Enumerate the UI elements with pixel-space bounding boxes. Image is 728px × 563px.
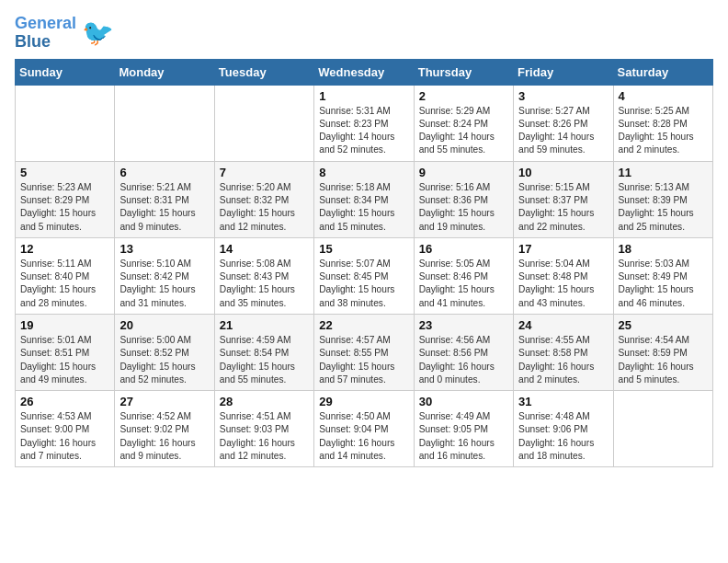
day-number: 14 (220, 242, 309, 256)
day-number: 20 (119, 318, 209, 332)
logo-line2: Blue (15, 33, 76, 52)
calendar-cell: 25Sunrise: 4:54 AM Sunset: 8:59 PM Dayli… (613, 314, 712, 390)
day-info: Sunrise: 4:51 AM Sunset: 9:03 PM Dayligh… (220, 410, 309, 463)
calendar-cell (613, 391, 712, 467)
day-info: Sunrise: 5:07 AM Sunset: 8:45 PM Dayligh… (319, 258, 408, 310)
calendar-cell: 8Sunrise: 5:18 AM Sunset: 8:34 PM Daylig… (314, 161, 414, 237)
weekday-header-sunday: Sunday (16, 59, 115, 85)
weekday-header-wednesday: Wednesday (314, 59, 414, 85)
calendar-week-row: 1Sunrise: 5:31 AM Sunset: 8:23 PM Daylig… (16, 85, 713, 161)
logo-bird-icon: 🐦 (82, 17, 114, 48)
calendar-cell: 19Sunrise: 5:01 AM Sunset: 8:51 PM Dayli… (16, 314, 115, 390)
weekday-header-monday: Monday (115, 59, 214, 85)
weekday-header-friday: Friday (514, 59, 613, 85)
page-header: General Blue 🐦 (15, 15, 713, 52)
calendar-cell: 1Sunrise: 5:31 AM Sunset: 8:23 PM Daylig… (314, 85, 414, 161)
weekday-header-thursday: Thursday (414, 59, 513, 85)
calendar-cell: 14Sunrise: 5:08 AM Sunset: 8:43 PM Dayli… (214, 237, 313, 314)
calendar-cell (16, 85, 115, 161)
day-number: 25 (619, 318, 708, 332)
day-number: 6 (119, 166, 209, 179)
day-info: Sunrise: 4:49 AM Sunset: 9:05 PM Dayligh… (419, 410, 508, 463)
calendar-week-row: 26Sunrise: 4:53 AM Sunset: 9:00 PM Dayli… (16, 391, 713, 467)
calendar-cell (115, 85, 214, 161)
calendar-cell: 21Sunrise: 4:59 AM Sunset: 8:54 PM Dayli… (214, 314, 313, 390)
calendar-cell: 26Sunrise: 4:53 AM Sunset: 9:00 PM Dayli… (16, 391, 115, 467)
day-number: 7 (220, 166, 309, 179)
weekday-header-tuesday: Tuesday (214, 59, 313, 85)
day-number: 5 (20, 166, 109, 179)
day-info: Sunrise: 5:05 AM Sunset: 8:46 PM Dayligh… (419, 258, 508, 310)
day-number: 4 (619, 89, 708, 103)
calendar-cell: 2Sunrise: 5:29 AM Sunset: 8:24 PM Daylig… (414, 85, 513, 161)
calendar-cell: 9Sunrise: 5:16 AM Sunset: 8:36 PM Daylig… (414, 161, 513, 237)
weekday-header-saturday: Saturday (613, 59, 712, 85)
day-info: Sunrise: 5:29 AM Sunset: 8:24 PM Dayligh… (419, 105, 508, 157)
calendar-cell: 17Sunrise: 5:04 AM Sunset: 8:48 PM Dayli… (514, 237, 613, 314)
calendar-cell: 7Sunrise: 5:20 AM Sunset: 8:32 PM Daylig… (214, 161, 313, 237)
calendar-cell: 29Sunrise: 4:50 AM Sunset: 9:04 PM Dayli… (314, 391, 414, 467)
calendar-cell: 4Sunrise: 5:25 AM Sunset: 8:28 PM Daylig… (613, 85, 712, 161)
day-info: Sunrise: 5:18 AM Sunset: 8:34 PM Dayligh… (319, 181, 408, 234)
calendar-week-row: 5Sunrise: 5:23 AM Sunset: 8:29 PM Daylig… (16, 161, 713, 237)
calendar-cell: 22Sunrise: 4:57 AM Sunset: 8:55 PM Dayli… (314, 314, 414, 390)
calendar-cell (214, 85, 313, 161)
calendar-cell: 27Sunrise: 4:52 AM Sunset: 9:02 PM Dayli… (115, 391, 214, 467)
day-info: Sunrise: 4:52 AM Sunset: 9:02 PM Dayligh… (119, 410, 209, 463)
logo: General Blue 🐦 (15, 15, 114, 52)
day-number: 24 (518, 318, 608, 332)
day-info: Sunrise: 5:13 AM Sunset: 8:39 PM Dayligh… (619, 181, 708, 234)
day-info: Sunrise: 4:54 AM Sunset: 8:59 PM Dayligh… (619, 334, 708, 386)
calendar-table: SundayMondayTuesdayWednesdayThursdayFrid… (15, 59, 713, 468)
day-number: 31 (518, 395, 608, 408)
day-info: Sunrise: 5:04 AM Sunset: 8:48 PM Dayligh… (518, 258, 608, 310)
day-info: Sunrise: 4:48 AM Sunset: 9:06 PM Dayligh… (518, 410, 608, 463)
day-info: Sunrise: 5:00 AM Sunset: 8:52 PM Dayligh… (119, 334, 209, 386)
calendar-header-row: SundayMondayTuesdayWednesdayThursdayFrid… (16, 59, 713, 85)
day-number: 17 (518, 242, 608, 256)
calendar-cell: 15Sunrise: 5:07 AM Sunset: 8:45 PM Dayli… (314, 237, 414, 314)
logo-line1: General (15, 15, 76, 33)
day-number: 28 (220, 395, 309, 408)
day-info: Sunrise: 5:25 AM Sunset: 8:28 PM Dayligh… (619, 105, 708, 157)
day-info: Sunrise: 5:20 AM Sunset: 8:32 PM Dayligh… (220, 181, 309, 234)
calendar-cell: 11Sunrise: 5:13 AM Sunset: 8:39 PM Dayli… (613, 161, 712, 237)
day-number: 18 (619, 242, 708, 256)
calendar-cell: 30Sunrise: 4:49 AM Sunset: 9:05 PM Dayli… (414, 391, 513, 467)
day-number: 1 (319, 89, 408, 103)
calendar-cell: 28Sunrise: 4:51 AM Sunset: 9:03 PM Dayli… (214, 391, 313, 467)
day-number: 3 (518, 89, 608, 103)
day-number: 27 (119, 395, 209, 408)
day-number: 22 (319, 318, 408, 332)
day-number: 21 (220, 318, 309, 332)
calendar-cell: 16Sunrise: 5:05 AM Sunset: 8:46 PM Dayli… (414, 237, 513, 314)
day-number: 30 (419, 395, 508, 408)
day-number: 19 (20, 318, 109, 332)
calendar-cell: 12Sunrise: 5:11 AM Sunset: 8:40 PM Dayli… (16, 237, 115, 314)
day-info: Sunrise: 5:03 AM Sunset: 8:49 PM Dayligh… (619, 258, 708, 310)
day-number: 23 (419, 318, 508, 332)
calendar-cell: 6Sunrise: 5:21 AM Sunset: 8:31 PM Daylig… (115, 161, 214, 237)
day-number: 13 (119, 242, 209, 256)
calendar-cell: 24Sunrise: 4:55 AM Sunset: 8:58 PM Dayli… (514, 314, 613, 390)
day-info: Sunrise: 5:10 AM Sunset: 8:42 PM Dayligh… (119, 258, 209, 310)
day-info: Sunrise: 5:16 AM Sunset: 8:36 PM Dayligh… (419, 181, 508, 234)
day-number: 16 (419, 242, 508, 256)
calendar-cell: 18Sunrise: 5:03 AM Sunset: 8:49 PM Dayli… (613, 237, 712, 314)
day-info: Sunrise: 5:27 AM Sunset: 8:26 PM Dayligh… (518, 105, 608, 157)
day-info: Sunrise: 5:11 AM Sunset: 8:40 PM Dayligh… (20, 258, 109, 310)
day-number: 9 (419, 166, 508, 179)
day-info: Sunrise: 4:53 AM Sunset: 9:00 PM Dayligh… (20, 410, 109, 463)
day-info: Sunrise: 4:57 AM Sunset: 8:55 PM Dayligh… (319, 334, 408, 386)
day-info: Sunrise: 4:55 AM Sunset: 8:58 PM Dayligh… (518, 334, 608, 386)
day-number: 12 (20, 242, 109, 256)
day-number: 11 (619, 166, 708, 179)
calendar-cell: 23Sunrise: 4:56 AM Sunset: 8:56 PM Dayli… (414, 314, 513, 390)
day-info: Sunrise: 5:21 AM Sunset: 8:31 PM Dayligh… (119, 181, 209, 234)
day-info: Sunrise: 5:23 AM Sunset: 8:29 PM Dayligh… (20, 181, 109, 234)
day-info: Sunrise: 5:15 AM Sunset: 8:37 PM Dayligh… (518, 181, 608, 234)
calendar-cell: 20Sunrise: 5:00 AM Sunset: 8:52 PM Dayli… (115, 314, 214, 390)
calendar-cell: 10Sunrise: 5:15 AM Sunset: 8:37 PM Dayli… (514, 161, 613, 237)
calendar-cell: 13Sunrise: 5:10 AM Sunset: 8:42 PM Dayli… (115, 237, 214, 314)
day-info: Sunrise: 4:59 AM Sunset: 8:54 PM Dayligh… (220, 334, 309, 386)
